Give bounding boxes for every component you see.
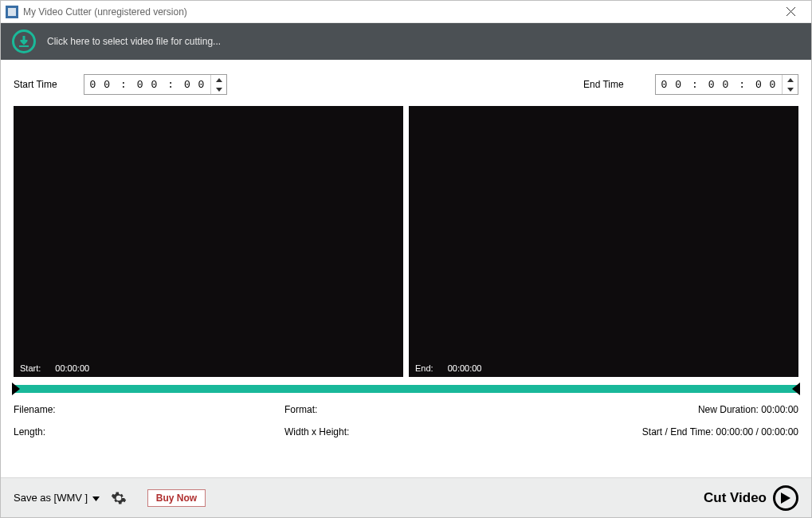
cut-video-label: Cut Video bbox=[704, 490, 767, 506]
end-spin-up[interactable] bbox=[783, 75, 798, 84]
end-seconds: 0 0 bbox=[755, 79, 776, 91]
time-controls-row: Start Time 0 0: 0 0: 0 0 End Time 0 0: 0… bbox=[1, 60, 811, 106]
end-time-label: End Time bbox=[583, 79, 655, 90]
cut-video-button[interactable]: Cut Video bbox=[704, 485, 798, 511]
settings-button[interactable] bbox=[109, 489, 128, 508]
play-circle-icon bbox=[773, 485, 798, 511]
svg-rect-0 bbox=[8, 8, 16, 16]
format-label: Format: bbox=[284, 404, 642, 415]
window-title: My Video Cutter (unregistered version) bbox=[23, 6, 775, 18]
start-time-input[interactable]: 0 0: 0 0: 0 0 bbox=[84, 74, 227, 95]
end-hours: 0 0 bbox=[661, 79, 682, 91]
close-button[interactable] bbox=[775, 1, 806, 23]
file-info-row: Filename: Length: Format: Width x Height… bbox=[1, 399, 811, 442]
download-circle-icon bbox=[12, 29, 36, 53]
start-seconds: 0 0 bbox=[184, 79, 205, 91]
end-preview-panel: End: 00:00:00 bbox=[409, 106, 798, 377]
range-slider[interactable] bbox=[1, 377, 811, 399]
length-label: Length: bbox=[14, 426, 284, 438]
start-preview-panel: Start: 00:00:00 bbox=[14, 106, 403, 377]
end-preview-value: 00:00:00 bbox=[448, 363, 482, 373]
svg-rect-3 bbox=[23, 36, 25, 41]
gear-icon bbox=[111, 490, 127, 506]
save-as-dropdown[interactable]: Save as [WMV ] bbox=[14, 492, 100, 504]
start-preview-value: 00:00:00 bbox=[55, 363, 89, 373]
width-height-label: Width x Height: bbox=[284, 426, 642, 438]
start-time-label: Start Time bbox=[14, 79, 84, 90]
start-end-row: Start / End Time: 00:00:00 / 00:00:00 bbox=[642, 426, 798, 438]
start-hours: 0 0 bbox=[90, 79, 111, 91]
bottom-toolbar: Save as [WMV ] Buy Now Cut Video bbox=[1, 477, 811, 517]
select-file-bar[interactable]: Click here to select video file for cutt… bbox=[1, 23, 811, 60]
select-file-prompt: Click here to select video file for cutt… bbox=[47, 36, 221, 47]
end-time-input[interactable]: 0 0: 0 0: 0 0 bbox=[655, 74, 798, 95]
buy-now-button[interactable]: Buy Now bbox=[147, 489, 206, 507]
chevron-down-icon bbox=[91, 496, 100, 501]
filename-label: Filename: bbox=[14, 404, 284, 415]
preview-row: Start: 00:00:00 End: 00:00:00 bbox=[1, 106, 811, 377]
slider-start-handle[interactable] bbox=[12, 383, 20, 395]
end-minutes: 0 0 bbox=[708, 79, 729, 91]
start-spin-up[interactable] bbox=[211, 75, 226, 84]
slider-end-handle[interactable] bbox=[792, 383, 800, 395]
app-icon bbox=[6, 6, 18, 18]
start-spin-down[interactable] bbox=[211, 84, 226, 94]
new-duration-row: New Duration: 00:00:00 bbox=[642, 404, 798, 415]
start-minutes: 0 0 bbox=[137, 79, 158, 91]
end-spin-down[interactable] bbox=[783, 84, 798, 94]
titlebar: My Video Cutter (unregistered version) bbox=[1, 1, 811, 23]
end-preview-label: End: bbox=[415, 363, 433, 373]
start-preview-label: Start: bbox=[20, 363, 41, 373]
